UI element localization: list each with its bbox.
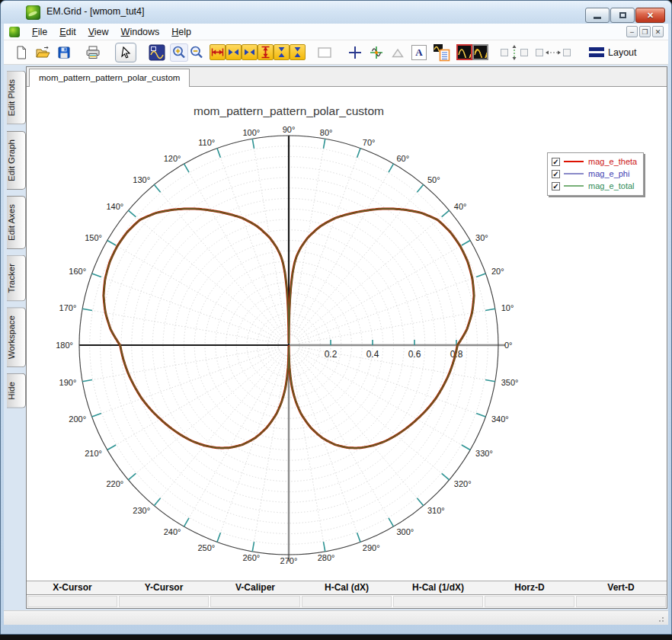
svg-text:320°: 320° [454,479,472,488]
status-bar [4,610,668,625]
horizontal-spacing-button[interactable] [536,48,571,57]
readout-cell [485,596,574,607]
readout-header: H-Cal (1/dX) [392,581,484,594]
title-bar[interactable]: EM.Grid - [wmom_tut4] ✕ [1,1,671,24]
sidebar-tab-edit-axes[interactable]: Edit Axes [7,196,26,249]
checkbox-icon [563,49,571,56]
expand-horizontal-icon [227,46,240,59]
full-height-button[interactable] [258,44,274,60]
tracker-button[interactable] [368,44,385,61]
legend-line-sample [564,185,584,187]
minimize-button[interactable] [585,8,610,23]
readout-headers: X-CursorY-CursorV-CaliperH-Cal (dX)H-Cal… [27,581,667,595]
menu-windows[interactable]: Windows [115,25,166,39]
svg-text:290°: 290° [363,543,380,552]
box-zoom-icon [317,46,332,59]
polygon-button[interactable] [389,44,406,61]
print-icon [85,45,101,60]
plot-canvas[interactable]: 0°10°20°30°40°50°60°70°80°90°100°110°120… [27,87,667,582]
fit-plot-icon [149,44,165,61]
sidebar-tab-tracker[interactable]: Tracker [7,255,26,302]
shrink-horizontal-icon [243,46,256,59]
save-button[interactable] [56,44,72,61]
window-title: EM.Grid - [wmom_tut4] [46,6,145,17]
zoom-out-button[interactable] [188,44,205,61]
layout-button[interactable]: Layout [589,47,637,58]
polar-axes [79,136,505,562]
svg-text:190°: 190° [59,378,77,387]
document-icon[interactable] [9,27,20,37]
readout-cell [210,596,300,607]
app-logo-icon [26,5,40,20]
legend-checkbox-mag_e_phi[interactable]: ✓ [552,170,560,178]
expand-vertical-button[interactable] [274,44,290,60]
polygon-icon [390,46,405,59]
resize-grip-icon[interactable] [657,615,664,622]
shrink-horizontal-button[interactable] [242,44,258,60]
svg-text:240°: 240° [164,527,181,536]
plot-properties-button[interactable] [432,44,452,61]
svg-text:0°: 0° [504,341,513,350]
new-document-button[interactable] [13,44,30,61]
readout-header: Y-Cursor [118,581,210,594]
shrink-vertical-button[interactable] [290,44,306,60]
close-button[interactable]: ✕ [635,8,665,23]
expand-vertical-icon [275,46,288,59]
svg-text:60°: 60° [397,154,410,163]
zoom-in-button[interactable] [170,43,188,62]
svg-text:200°: 200° [69,414,86,424]
legend-checkbox-mag_e_theta[interactable]: ✓ [552,158,560,166]
zoom-in-icon [171,45,187,60]
readout-cell [393,596,483,607]
open-folder-icon [35,45,51,60]
full-width-button[interactable] [210,44,226,60]
svg-text:0.6: 0.6 [408,349,421,360]
open-file-button[interactable] [34,44,51,61]
fit-to-window-button[interactable] [149,44,165,61]
mdi-close-button[interactable]: ✕ [652,26,664,37]
menu-items: FileEditViewWindowsHelp [26,25,197,39]
save-icon [56,45,72,60]
menu-help[interactable]: Help [165,25,197,39]
mdi-minimize-button[interactable]: – [626,26,638,37]
sidebar-tab-hide[interactable]: Hide [7,373,26,408]
svg-text:160°: 160° [69,267,86,276]
graph-multi-button[interactable] [472,44,488,60]
readout-header: Horz-D [484,581,575,594]
crosshair-button[interactable] [347,44,363,61]
svg-text:20°: 20° [491,267,504,276]
checkbox-icon [536,49,543,56]
layout-label: Layout [608,47,637,58]
expand-horizontal-button[interactable] [226,44,242,60]
sidebar-tab-edit-graph[interactable]: Edit Graph [7,131,26,190]
legend-checkbox-mag_e_total[interactable]: ✓ [552,182,560,190]
chart-title: mom_pattern_pattern_polar_custom [194,104,384,117]
chart-legend[interactable]: ✓mag_e_theta✓mag_e_phi✓mag_e_total [547,152,644,196]
readout-cell [576,596,666,607]
menu-view[interactable]: View [82,25,115,39]
print-button[interactable] [85,44,101,61]
graph-style-icon [458,46,471,58]
menu-file[interactable]: File [26,25,53,39]
box-zoom-button[interactable] [316,44,333,61]
sidebar-tab-workspace[interactable]: Workspace [7,307,26,367]
mdi-restore-button[interactable]: ❐ [639,26,651,37]
readout-cell [119,596,209,607]
tracker-icon [368,44,385,61]
svg-text:210°: 210° [85,449,102,458]
pointer-tool-button[interactable] [115,43,136,62]
graph-style-button[interactable] [456,44,472,60]
minimize-icon [594,17,601,19]
graph-multi-icon [474,46,487,58]
svg-text:120°: 120° [164,154,181,163]
document-tab[interactable]: mom_pattern_pattern_polar_custom [29,69,190,87]
maximize-button[interactable] [610,8,635,23]
sidebar-tab-edit-plots[interactable]: Edit Plots [7,71,26,125]
full-width-icon [211,46,224,59]
svg-text:90°: 90° [283,125,296,134]
menu-edit[interactable]: Edit [53,25,82,39]
svg-text:230°: 230° [133,506,150,515]
vertical-spacing-button[interactable] [501,44,528,61]
svg-text:280°: 280° [318,553,335,562]
text-label-button[interactable]: A [411,44,427,61]
